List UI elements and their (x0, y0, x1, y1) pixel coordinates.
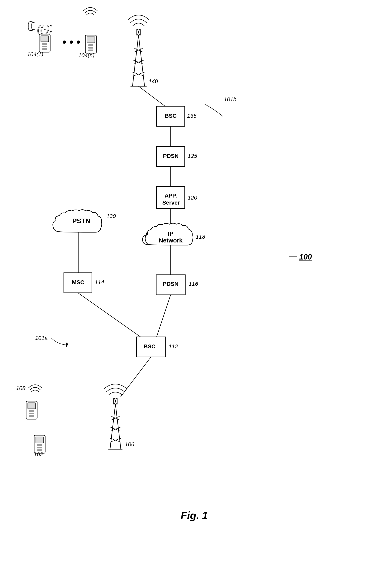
phone-104-n (85, 35, 96, 53)
svg-rect-7 (87, 37, 95, 43)
label-120: 120 (188, 195, 197, 201)
bsc-top-label: BSC (165, 113, 177, 119)
pdsn-top-label: PDSN (163, 153, 178, 159)
svg-line-26 (139, 86, 165, 106)
label-108: 108 (16, 385, 25, 391)
fig-label: Fig. 1 (181, 509, 208, 521)
svg-rect-50 (37, 447, 42, 448)
svg-rect-49 (37, 444, 42, 446)
svg-rect-9 (88, 47, 93, 49)
svg-line-38 (110, 404, 115, 449)
bsc-bottom-label: BSC (143, 343, 156, 350)
phone-102 (34, 435, 45, 453)
label-102: 102 (34, 451, 43, 458)
svg-rect-3 (42, 43, 47, 45)
label-118: 118 (196, 234, 205, 240)
svg-line-17 (132, 35, 139, 86)
label-112: 112 (169, 343, 178, 350)
ip-network-label-1: IP (165, 230, 177, 237)
diagram-container: ((·)) (0, 0, 370, 588)
label-101b: 101b (224, 96, 236, 103)
svg-rect-53 (28, 403, 35, 409)
svg-rect-48 (36, 437, 44, 443)
svg-rect-5 (42, 48, 47, 50)
msc-label: MSC (70, 279, 86, 286)
svg-line-18 (139, 35, 144, 86)
app-server-label-2: Server (161, 200, 181, 206)
label-125: 125 (188, 153, 197, 159)
label-130: 130 (106, 213, 116, 219)
svg-rect-8 (88, 44, 93, 46)
label-140: 140 (149, 78, 158, 85)
svg-rect-2 (41, 36, 49, 42)
svg-line-33 (157, 295, 171, 337)
svg-text:((·)): ((·)) (37, 23, 53, 34)
network-diagram-svg: ((·)) (0, 0, 370, 588)
svg-line-32 (78, 293, 141, 337)
label-116: 116 (189, 281, 198, 287)
phone-108 (26, 401, 37, 419)
svg-rect-56 (29, 415, 34, 417)
label-114: 114 (95, 279, 104, 286)
label-100: 100 (299, 253, 312, 261)
label-104-1: 104(1) (27, 51, 43, 58)
phone-104-1: ((·)) (37, 23, 53, 52)
svg-point-13 (77, 41, 80, 44)
svg-point-11 (63, 41, 66, 44)
svg-point-12 (70, 41, 73, 44)
ip-network-label-2: Network (159, 237, 183, 244)
pdsn-bottom-label: PDSN (163, 281, 179, 287)
svg-rect-51 (37, 449, 42, 451)
svg-rect-4 (42, 46, 47, 47)
svg-rect-54 (29, 410, 34, 412)
label-106: 106 (125, 441, 134, 448)
svg-line-34 (120, 357, 151, 397)
svg-line-39 (115, 404, 121, 449)
svg-rect-10 (88, 50, 93, 51)
svg-rect-55 (29, 413, 34, 414)
pstn-label: PSTN (69, 217, 93, 225)
label-104-n: 104(n) (78, 52, 95, 59)
app-server-label-1: APP. (164, 192, 177, 199)
label-101a: 101a (35, 335, 48, 341)
label-135: 135 (187, 113, 196, 119)
